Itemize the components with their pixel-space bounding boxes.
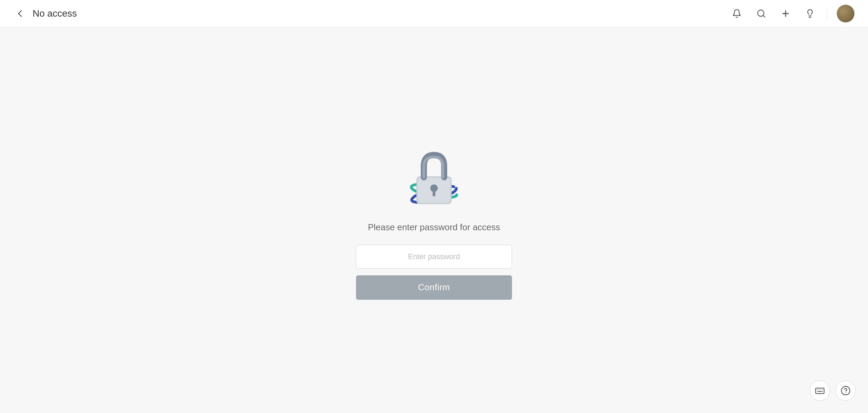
lock-icon [400, 141, 468, 209]
page-title: No access [33, 8, 77, 19]
svg-point-13 [842, 387, 850, 395]
app-header: No access [0, 0, 868, 27]
search-button[interactable] [754, 6, 769, 21]
svg-rect-12 [816, 388, 824, 394]
help-button[interactable] [835, 380, 856, 401]
lock-illustration [400, 141, 468, 209]
header-right [729, 5, 854, 22]
back-arrow-icon [16, 9, 24, 18]
keyboard-icon [815, 386, 825, 396]
confirm-button[interactable]: Confirm [356, 275, 512, 300]
svg-rect-11 [433, 191, 435, 196]
back-button[interactable] [14, 7, 27, 20]
bottom-right-buttons [810, 380, 856, 401]
plus-icon [781, 9, 790, 18]
main-content: Please enter password for access Confirm [0, 27, 868, 413]
password-input[interactable] [356, 245, 512, 269]
tips-button[interactable] [803, 6, 817, 21]
svg-line-1 [763, 15, 765, 17]
add-button[interactable] [778, 6, 793, 21]
bulb-icon [805, 9, 815, 18]
avatar[interactable] [837, 5, 854, 22]
notification-button[interactable] [729, 6, 744, 21]
keyboard-shortcut-button[interactable] [810, 380, 830, 401]
svg-point-10 [430, 184, 438, 192]
help-icon [841, 386, 851, 396]
bell-icon [732, 9, 742, 18]
instruction-text: Please enter password for access [368, 222, 500, 233]
header-left: No access [14, 7, 77, 20]
avatar-image [837, 5, 854, 22]
header-divider [827, 7, 827, 20]
search-icon [756, 9, 766, 18]
